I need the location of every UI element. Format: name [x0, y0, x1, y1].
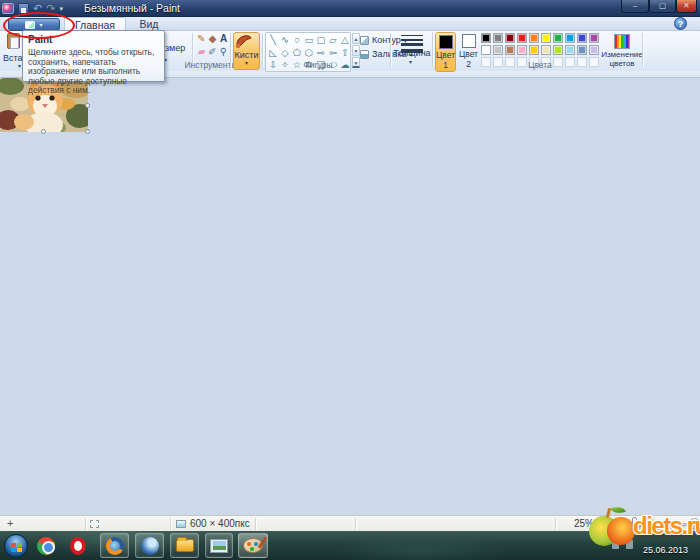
edit-colors-icon[interactable]: [614, 34, 630, 49]
taskbar-item-photo-viewer-icon[interactable]: [205, 533, 233, 558]
group-separator: [262, 33, 263, 67]
shape-diamond[interactable]: ◇: [279, 47, 291, 60]
explorer-icon: [176, 539, 194, 552]
canvas-area[interactable]: [0, 78, 700, 515]
palette-swatch[interactable]: [529, 45, 539, 55]
selection-handle-corner[interactable]: [85, 129, 90, 134]
tab-home[interactable]: Главная: [64, 17, 126, 31]
palette-swatch[interactable]: [505, 45, 515, 55]
taskbar-item-thunderbird-icon[interactable]: [135, 533, 164, 558]
selection-handle-right[interactable]: [85, 103, 90, 108]
paint-menu-caret-icon: ▾: [39, 21, 42, 28]
palette-swatch[interactable]: [589, 45, 599, 55]
selection-size-icon: [90, 520, 99, 528]
edit-colors-button[interactable]: Изменение цветов: [600, 50, 644, 68]
palette-swatch-empty[interactable]: [481, 57, 491, 67]
tray-icon[interactable]: [612, 540, 619, 549]
palette-swatch[interactable]: [481, 33, 491, 43]
taskbar-item-chrome-icon[interactable]: [34, 533, 58, 558]
zoom-slider-track[interactable]: [610, 523, 688, 526]
palette-swatch[interactable]: [541, 45, 551, 55]
redo-button[interactable]: ↷: [46, 3, 55, 14]
color-picker-tool[interactable]: ✐: [207, 46, 218, 59]
taskbar-item-start-button[interactable]: [3, 533, 29, 558]
paint-icon: [243, 538, 263, 553]
palette-swatch[interactable]: [493, 45, 503, 55]
tab-view[interactable]: Вид: [126, 17, 172, 31]
palette-swatch[interactable]: [565, 33, 575, 43]
palette-swatch[interactable]: [577, 33, 587, 43]
taskbar-item-explorer-icon[interactable]: [170, 533, 199, 558]
palette-swatch[interactable]: [493, 33, 503, 43]
zoom-in-button[interactable]: +: [689, 518, 700, 529]
text-tool[interactable]: A: [218, 33, 229, 46]
palette-swatch[interactable]: [589, 33, 599, 43]
shape-rectangle[interactable]: ▭: [303, 34, 315, 47]
brushes-caret-icon: ▾: [234, 59, 259, 66]
shape-left-arrow[interactable]: ⇦: [327, 47, 339, 60]
shape-up-arrow[interactable]: ⇧: [339, 47, 351, 60]
image-size-text: 600 × 400пкс: [190, 518, 250, 529]
tray-icon[interactable]: [626, 540, 633, 549]
colors-group-label: Цвета: [495, 60, 585, 70]
palette-swatch[interactable]: [541, 33, 551, 43]
color1-button[interactable]: Цвет 1: [435, 32, 456, 72]
shape-line[interactable]: ╲: [267, 34, 279, 47]
palette-swatch[interactable]: [481, 45, 491, 55]
shapes-scroll-up-icon[interactable]: ▲: [352, 33, 360, 44]
palette-swatch[interactable]: [565, 45, 575, 55]
shapes-scroll-down-icon[interactable]: ▼: [352, 45, 360, 56]
shapes-more-icon[interactable]: ▼: [352, 57, 360, 68]
shape-pentagon[interactable]: ⬠: [291, 47, 303, 60]
save-button[interactable]: [18, 3, 29, 14]
palette-swatch[interactable]: [505, 33, 515, 43]
color2-button[interactable]: Цвет 2: [458, 32, 479, 72]
qat-customize-caret-icon[interactable]: ▾: [59, 5, 63, 13]
outline-button[interactable]: Контур ▾: [360, 35, 407, 45]
thickness-button[interactable]: Толщина: [388, 48, 436, 58]
maximize-button[interactable]: ▢: [649, 0, 676, 13]
zoom-out-button[interactable]: −: [595, 518, 606, 529]
eraser-tool[interactable]: ▰: [196, 46, 207, 59]
shape-rounded-rectangle[interactable]: ▢: [315, 34, 327, 47]
shape-curve[interactable]: ∿: [279, 34, 291, 47]
paint-app-icon[interactable]: [2, 3, 14, 14]
fill-tool[interactable]: ◆: [207, 33, 218, 46]
color1-swatch: [439, 35, 453, 49]
shape-down-arrow[interactable]: ⇩: [267, 59, 279, 72]
zoom-slider-thumb[interactable]: [632, 517, 637, 528]
palette-swatch[interactable]: [553, 45, 563, 55]
pencil-tool[interactable]: ✎: [196, 33, 207, 46]
minimize-button[interactable]: –: [621, 0, 649, 13]
taskbar-item-opera-icon[interactable]: [66, 533, 90, 558]
palette-swatch-empty[interactable]: [589, 57, 599, 67]
taskbar: 25.06.2013: [0, 531, 700, 560]
thickness-caret-icon[interactable]: ▾: [409, 58, 412, 65]
shape-right-triangle[interactable]: ◺: [267, 47, 279, 60]
undo-button[interactable]: ↶: [33, 3, 42, 14]
taskbar-item-paint-icon[interactable]: [238, 533, 268, 558]
palette-swatch[interactable]: [577, 45, 587, 55]
help-icon[interactable]: ?: [674, 17, 687, 30]
shape-ellipse[interactable]: ○: [291, 34, 303, 47]
brushes-button[interactable]: Кисти ▾: [233, 32, 260, 70]
paste-caret-icon[interactable]: ▾: [18, 62, 21, 69]
palette-swatch[interactable]: [553, 33, 563, 43]
palette-swatch[interactable]: [517, 45, 527, 55]
opera-icon: [70, 537, 86, 555]
palette-swatch[interactable]: [529, 33, 539, 43]
status-separator: [555, 518, 556, 530]
status-separator: [355, 518, 356, 530]
paste-clipboard-icon[interactable]: [7, 33, 20, 49]
magnifier-tool[interactable]: ⚲: [218, 46, 229, 59]
palette-swatch[interactable]: [517, 33, 527, 43]
selection-handle-bottom[interactable]: [41, 129, 46, 134]
taskbar-date[interactable]: 25.06.2013: [643, 545, 688, 555]
taskbar-item-firefox-icon[interactable]: [100, 533, 129, 558]
brush-icon: [234, 33, 259, 50]
shape-triangle[interactable]: △: [339, 34, 351, 47]
shape-polygon[interactable]: ▱: [327, 34, 339, 47]
shape-hexagon[interactable]: ⬡: [303, 47, 315, 60]
shape-right-arrow[interactable]: ⇨: [315, 47, 327, 60]
close-button[interactable]: ✕: [676, 0, 697, 13]
